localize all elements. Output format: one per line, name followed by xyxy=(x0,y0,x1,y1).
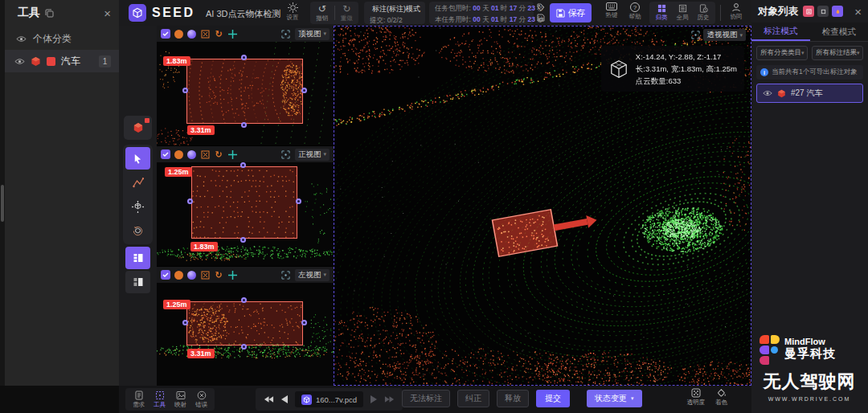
view-selector[interactable]: 左视图▾ xyxy=(295,269,330,281)
camera-selector[interactable]: 透视视图▾ xyxy=(691,29,746,41)
settings-button[interactable]: 设置 xyxy=(281,2,304,22)
cannot-annotate-button[interactable]: 无法标注 xyxy=(402,390,450,407)
box-handle-top[interactable] xyxy=(241,55,247,60)
clipboard-icon[interactable] xyxy=(803,6,814,17)
layout-panels-button[interactable] xyxy=(125,247,150,269)
save-button[interactable]: 保存 xyxy=(550,3,592,22)
close-icon[interactable]: × xyxy=(854,6,862,18)
orange-sphere-icon[interactable] xyxy=(174,30,183,39)
select-tool-button[interactable] xyxy=(125,147,150,170)
annotation-box[interactable] xyxy=(186,59,303,124)
next-frame-icon[interactable] xyxy=(371,395,377,403)
box-handle-left[interactable] xyxy=(182,88,188,93)
current-frame-chip[interactable]: 160...7v.pcd xyxy=(295,391,363,407)
reset-rotation-icon[interactable]: ↻ xyxy=(214,270,223,280)
flame-icon[interactable] xyxy=(832,6,843,17)
eye-icon[interactable] xyxy=(14,58,25,65)
object-list-item[interactable]: #27 汽车 xyxy=(756,84,863,103)
box-handle-left[interactable] xyxy=(187,198,193,204)
opacity-tool[interactable]: 透明度 xyxy=(687,388,706,407)
status-change-dropdown[interactable]: 状态变更▾ xyxy=(587,390,642,407)
reset-rotation-icon[interactable]: ↻ xyxy=(214,149,223,159)
box-handle-bottom[interactable] xyxy=(241,344,247,350)
undo-button[interactable]: ↺ 撤销 xyxy=(310,2,334,24)
brand-name-cn: 曼孚科技 xyxy=(784,346,836,362)
purple-sphere-icon[interactable] xyxy=(187,30,196,39)
hotkey-button[interactable]: 热键 xyxy=(601,2,622,19)
scrollbar-thumb[interactable] xyxy=(1,185,4,222)
close-icon[interactable]: × xyxy=(104,7,111,19)
help-button[interactable]: ? 帮助 xyxy=(624,2,645,21)
reset-rotation-icon[interactable]: ↻ xyxy=(214,29,223,39)
layout-alt-button[interactable] xyxy=(125,271,150,293)
cuboid-tool-button[interactable] xyxy=(124,116,152,140)
crosshair-icon[interactable] xyxy=(227,149,237,159)
submit-button[interactable]: 提交 xyxy=(536,390,570,407)
box-handle-left[interactable] xyxy=(182,320,188,325)
classify-toggle[interactable]: 归类 xyxy=(651,2,672,24)
polyline-tool-button[interactable] xyxy=(125,171,150,194)
history-toggle[interactable]: 历史 xyxy=(693,2,714,24)
global-toggle[interactable]: 全局 xyxy=(672,2,693,24)
rewind-icon[interactable] xyxy=(264,395,274,403)
orange-sphere-icon[interactable] xyxy=(174,150,183,159)
colorize-tool[interactable]: 着色 xyxy=(715,388,727,407)
nav-requirements[interactable]: 需求 xyxy=(133,391,145,409)
confirm-icon[interactable] xyxy=(161,270,170,280)
previous-frame-icon[interactable] xyxy=(281,395,288,403)
correct-button[interactable]: 纠正 xyxy=(457,390,489,407)
collab-button[interactable]: 协同 xyxy=(725,2,747,21)
box-handle-bottom[interactable] xyxy=(240,237,246,243)
category-filter-select[interactable]: 所有分类类目▾ xyxy=(756,46,808,60)
nav-errors[interactable]: 错误 xyxy=(195,391,207,409)
box-handle-top[interactable] xyxy=(241,297,247,303)
nav-tools[interactable]: 工具 xyxy=(154,391,166,409)
copy-icon[interactable] xyxy=(45,9,54,18)
purple-sphere-icon[interactable] xyxy=(187,150,196,159)
annotation-box[interactable] xyxy=(186,301,303,346)
layers-icon[interactable] xyxy=(817,6,829,17)
fit-view-icon[interactable] xyxy=(281,149,291,159)
save-small-icon[interactable] xyxy=(537,14,545,22)
hexagon-cube-icon xyxy=(132,121,145,134)
fit-view-icon[interactable] xyxy=(281,270,291,280)
box-handle-right[interactable] xyxy=(301,88,307,93)
result-filter-select[interactable]: 所有标注结果▾ xyxy=(812,46,863,60)
eye-icon[interactable] xyxy=(763,90,772,96)
view-selector[interactable]: 顶视图▾ xyxy=(295,28,330,40)
logo-text: SEED xyxy=(152,6,195,20)
confirm-icon[interactable] xyxy=(161,29,170,39)
annotation-box[interactable] xyxy=(191,166,297,239)
view-selector[interactable]: 正视图▾ xyxy=(295,149,330,161)
orange-sphere-icon[interactable] xyxy=(174,271,183,280)
crosshair-icon[interactable] xyxy=(227,29,237,39)
release-button[interactable]: 释放 xyxy=(497,390,529,407)
nav-mapping[interactable]: 映射 xyxy=(174,391,186,409)
tab-review-mode[interactable]: 检查模式 xyxy=(810,22,868,41)
box-handle-bottom[interactable] xyxy=(241,122,247,128)
delete-box-icon[interactable] xyxy=(200,270,210,280)
fit-view-icon[interactable] xyxy=(691,31,700,39)
purple-sphere-icon[interactable] xyxy=(187,271,196,280)
box-handle-right[interactable] xyxy=(301,320,307,325)
undo-redo-group: ↺ 撤销 ↻ 重做 xyxy=(310,2,358,24)
crosshair-icon[interactable] xyxy=(227,270,237,280)
classification-group[interactable]: 个体分类 xyxy=(5,29,119,48)
paint-icon xyxy=(717,388,727,398)
move-box-tool-button[interactable] xyxy=(125,195,150,218)
tab-annotate-mode[interactable]: 标注模式 xyxy=(751,22,810,41)
box-handle-top[interactable] xyxy=(240,162,246,168)
delete-box-icon[interactable] xyxy=(200,29,210,39)
fast-forward-icon[interactable] xyxy=(384,395,395,403)
class-item-car[interactable]: 汽车 1 xyxy=(5,50,119,72)
rotate-box-tool-button[interactable] xyxy=(125,219,150,242)
redo-button[interactable]: ↻ 重做 xyxy=(335,2,359,24)
history-icon xyxy=(699,4,708,13)
delete-box-icon[interactable] xyxy=(200,149,210,159)
tag-icon[interactable] xyxy=(537,3,545,11)
confirm-icon[interactable] xyxy=(161,149,170,159)
eye-icon[interactable] xyxy=(16,35,27,43)
chevron-down-icon: ▾ xyxy=(631,395,634,402)
fit-view-icon[interactable] xyxy=(281,29,291,39)
box-handle-right[interactable] xyxy=(296,198,301,204)
